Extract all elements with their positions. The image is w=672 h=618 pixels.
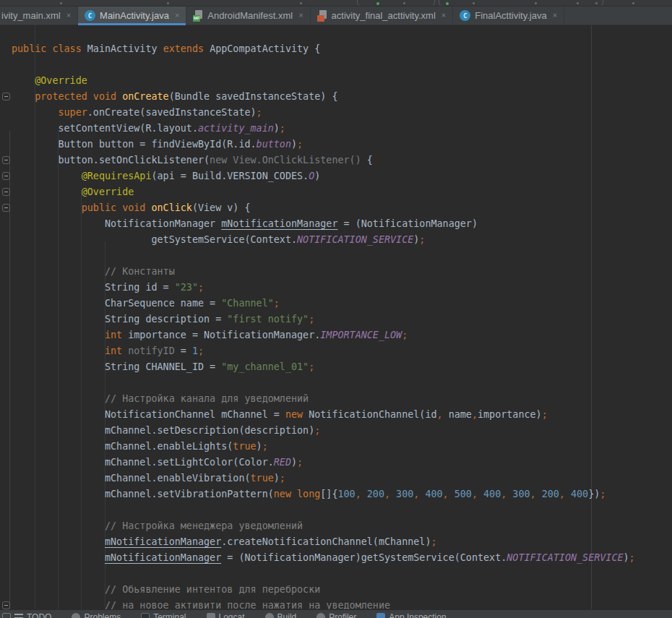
statusbar-item-label: Terminal [153,612,186,618]
build-icon [265,613,274,618]
statusbar-item-build[interactable]: Build [265,612,297,618]
tab-close-icon[interactable]: × [553,12,557,20]
editor-tab-bar: ivity_main.xml×CMainActivity.java×MFAndr… [0,7,672,25]
code-line [12,566,635,582]
code-line [12,502,635,518]
manifest-file-icon: MF [193,10,203,22]
statusbar-item-label: Build [277,612,297,618]
code-line: String CHANNEL_ID = "my_channel_01"; [12,359,635,375]
code-line: public class MainActivity extends AppCom… [12,41,635,57]
run-configuration-widget[interactable] [357,0,435,7]
code-line: // на новое активити после нажатия на ув… [12,598,635,609]
toolbar-dot [535,2,537,4]
toolbar-dot [167,2,169,4]
code-line: public void onClick(View v) { [12,200,635,216]
code-line: getSystemService(Context.NOTIFICATION_SE… [12,232,635,248]
statusbar-item-terminal[interactable]: Terminal [141,612,186,618]
code-line: mNotificationManager.createNotificationC… [12,534,635,550]
todo-icon [14,614,23,618]
fold-collapse-icon[interactable] [2,93,10,100]
statusbar-item-app-inspection[interactable]: App Inspection [376,612,446,618]
run-status-dot [446,2,449,5]
file-type-badge: MF [193,15,200,22]
tab-close-icon[interactable]: × [66,12,71,20]
tab-activity-final-acttivity-xml[interactable]: activity_final_acttivity.xml× [311,7,454,25]
toolbar-dot [473,2,475,4]
statusbar-item-label: Problems [84,612,121,618]
tab-close-icon[interactable]: × [441,12,446,20]
code-line: mNotificationManager = (NotificationMana… [12,550,635,566]
statusbar-item-problems[interactable]: Problems [72,612,121,618]
toolbar-dot [403,2,405,4]
code-line: mChannel.setDescription(description); [12,423,635,439]
code-line [12,248,635,264]
fold-collapse-icon[interactable] [2,204,10,212]
app-inspection-icon [376,613,385,618]
java-class-icon: C [85,10,95,21]
fold-collapse-icon[interactable] [2,172,10,180]
code-line: // Обьявление интентов для переброски [12,582,635,598]
code-line: NotificationManager mNotificationManager… [12,216,635,232]
tab-finalacttivity-java[interactable]: CFinalActtivity.java× [453,7,564,25]
code-line [12,57,635,73]
code-line: NotificationChannel mChannel = new Notif… [12,407,635,423]
toolbar-dot [60,2,62,4]
code-line: mChannel.enableVibration(true); [12,471,635,486]
code-area[interactable]: public class MainActivity extends AppCom… [12,25,635,609]
statusbar-item-label: App Inspection [389,612,446,618]
toolbar-dot [300,2,302,4]
toolbar-dot [577,2,579,4]
code-line: @RequiresApi(api = Build.VERSION_CODES.O… [12,168,635,184]
fold-region-line [9,131,10,609]
statusbar-item-label: Profiler [329,612,356,618]
code-line: mChannel.enableLights(true); [12,439,635,455]
tab-label: ivity_main.xml [1,10,61,21]
file-type-badge [317,15,324,22]
fold-collapse-icon[interactable] [2,601,10,609]
code-line: // Настройка канала для уведомлений [12,391,635,407]
tab-androidmanifest-xml[interactable]: MFAndroidManifest.xml× [186,7,310,25]
tab-ivity-main-xml[interactable]: ivity_main.xml× [0,7,78,25]
tab-label: MainActivity.java [100,10,169,21]
toolbar-dot [595,2,598,4]
java-class-icon: C [460,10,470,21]
code-editor[interactable]: public class MainActivity extends AppCom… [0,25,672,609]
code-line: @Override [12,73,635,89]
tab-label: FinalActtivity.java [475,10,546,21]
window-layout-icon[interactable] [2,613,11,618]
status-bar-items: TODOProblemsTerminalLogcatBuildProfilerA… [14,612,447,618]
statusbar-item-profiler[interactable]: Profiler [316,612,356,618]
profiler-icon [316,613,325,618]
statusbar-item-label: TODO [27,612,51,618]
code-line [12,375,635,391]
code-line: protected void onCreate(Bundle savedInst… [12,89,635,105]
code-line: int importance = NotificationManager.IMP… [12,327,635,343]
tab-label: AndroidManifest.xml [207,10,293,21]
status-bar: TODOProblemsTerminalLogcatBuildProfilerA… [0,609,672,618]
code-line: CharSequence name = "Channel"; [12,296,635,312]
code-line: String id = "23"; [12,280,635,296]
terminal-icon [141,613,150,618]
code-line: super.onCreate(savedInstanceState); [12,105,635,121]
fold-collapse-icon[interactable] [2,188,10,196]
tab-label: activity_final_acttivity.xml [332,10,436,21]
toolbar-dot [632,2,634,4]
code-line: @Override [12,184,635,200]
code-line: String description = "first notify"; [12,312,635,327]
tab-mainactivity-java[interactable]: CMainActivity.java× [78,7,186,25]
tab-close-icon[interactable]: × [175,12,179,20]
code-line: // Настройка менеджера уведомлений [12,518,635,534]
code-line: mChannel.setVibrationPattern(new long[]{… [12,486,635,502]
statusbar-item-logcat[interactable]: Logcat [207,612,245,618]
code-line: mChannel.setLightColor(Color.RED); [12,455,635,471]
layout-xml-file-icon [317,10,327,22]
fold-collapse-icon[interactable] [2,156,10,164]
code-line: int notifyID = 1; [12,343,635,359]
code-line: setContentView(R.layout.activity_main); [12,121,635,137]
code-line: // Константы [12,264,635,280]
problems-icon [72,613,80,618]
tab-close-icon[interactable]: × [298,12,303,20]
statusbar-item-todo[interactable]: TODO [14,612,51,618]
run-status-dot [376,2,379,5]
main-toolbar-strip [0,0,672,7]
